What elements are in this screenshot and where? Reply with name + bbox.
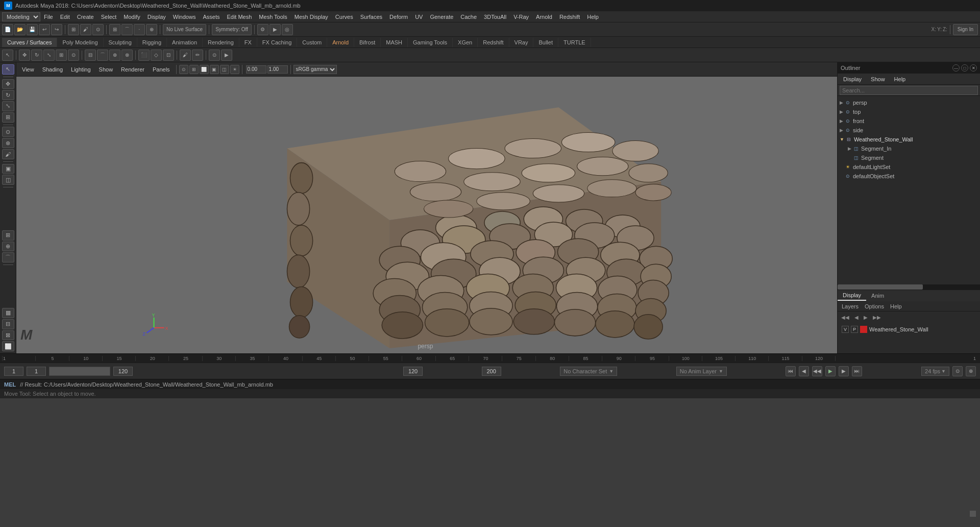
tab-bifrost[interactable]: Bifrost — [354, 38, 381, 47]
tool-rotate[interactable]: ↻ — [31, 50, 42, 61]
outliner-maximize[interactable]: □ — [961, 64, 968, 71]
open-scene-button[interactable]: 📂 — [14, 24, 26, 35]
snap-point-button[interactable]: · — [134, 24, 145, 35]
snap-view-button[interactable]: ⊕ — [146, 24, 157, 35]
tool-curve-snap[interactable]: ⌒ — [97, 50, 108, 61]
menu-3dtoall[interactable]: 3DTouAll — [480, 13, 510, 21]
tab-rendering[interactable]: Rendering — [203, 38, 239, 47]
menu-assets[interactable]: Assets — [199, 13, 223, 21]
menu-deform[interactable]: Deform — [386, 13, 411, 21]
menu-vray[interactable]: V-Ray — [510, 13, 532, 21]
menu-arnold[interactable]: Arnold — [532, 13, 556, 21]
tool-bevel[interactable]: ◇ — [151, 50, 162, 61]
outliner-search-input[interactable] — [840, 86, 978, 95]
lighting-menu[interactable]: Lighting — [67, 65, 94, 74]
outliner-display-menu[interactable]: Display — [840, 75, 865, 83]
current-frame-input[interactable] — [27, 367, 46, 376]
outliner-show-menu[interactable]: Show — [867, 75, 889, 83]
tool-grid-snap[interactable]: ⊟ — [85, 50, 96, 61]
snap-curve-button[interactable]: ⌒ — [121, 24, 133, 35]
tab-fx-caching[interactable]: FX Caching — [257, 38, 297, 47]
scale-tool[interactable]: ⤡ — [2, 101, 14, 111]
display-mode-btn[interactable]: ◫ — [2, 175, 14, 185]
tab-gaming-tools[interactable]: Gaming Tools — [408, 38, 453, 47]
tab-bullet[interactable]: Bullet — [533, 38, 558, 47]
menu-modify[interactable]: Modify — [120, 13, 143, 21]
play-btn[interactable]: ▶ — [825, 366, 836, 376]
menu-mesh-display[interactable]: Mesh Display — [291, 13, 332, 21]
no-character-set[interactable]: No Character Set ▼ — [560, 367, 617, 376]
no-anim-layer[interactable]: No Anim Layer ▼ — [676, 367, 727, 376]
snap-grid-lt[interactable]: ⊞ — [2, 230, 14, 241]
tree-item-default-object-set[interactable]: ▶ ⊙ defaultObjectSet — [838, 172, 980, 181]
tab-poly-modeling[interactable]: Poly Modeling — [57, 38, 103, 47]
menu-uv[interactable]: UV — [411, 13, 426, 21]
menu-mesh-tools[interactable]: Mesh Tools — [255, 13, 290, 21]
tool-sculpt[interactable]: ✏ — [192, 50, 203, 61]
outliner-minimize[interactable]: — — [952, 64, 960, 71]
go-to-end-btn[interactable]: ⏭ — [852, 366, 862, 376]
menu-generate[interactable]: Generate — [426, 13, 457, 21]
tree-item-persp[interactable]: ▶ ⊙ persp — [838, 98, 980, 107]
frame-range-indicator[interactable] — [49, 367, 110, 376]
tool-extrude[interactable]: ⬛ — [138, 50, 150, 61]
menu-create[interactable]: Create — [74, 13, 97, 21]
snap-grid-button[interactable]: ⊞ — [109, 24, 120, 35]
viewport-3d[interactable]: persp X Y Z M — [16, 77, 837, 353]
redo-button[interactable]: ↪ — [51, 24, 62, 35]
layer-playback[interactable]: P — [851, 326, 858, 333]
menu-display[interactable]: Display — [144, 13, 169, 21]
outliner-scroll-h[interactable] — [838, 284, 980, 290]
panels-menu[interactable]: Panels — [149, 65, 174, 74]
tab-rigging[interactable]: Rigging — [137, 38, 167, 47]
color-profile-select[interactable]: sRGB gamma — [293, 65, 337, 74]
paint-select-button[interactable]: 🖌 — [80, 24, 91, 35]
tree-item-top[interactable]: ▶ ⊙ top — [838, 107, 980, 116]
tool-move[interactable]: ✥ — [19, 50, 30, 61]
vp-wireframe[interactable]: ⬜ — [200, 65, 209, 74]
undo-button[interactable]: ↩ — [39, 24, 50, 35]
tab-xgen[interactable]: XGen — [453, 38, 478, 47]
edge-lt[interactable]: ⬜ — [2, 341, 14, 351]
show-menu[interactable]: Show — [95, 65, 117, 74]
menu-cache[interactable]: Cache — [457, 13, 480, 21]
tree-item-front[interactable]: ▶ ⊙ front — [838, 116, 980, 126]
auto-key-btn[interactable]: ⊕ — [966, 366, 976, 376]
symmetry-button[interactable]: Symmetry: Off — [212, 24, 252, 35]
vp-textured[interactable]: ◫ — [220, 65, 229, 74]
lasso-button[interactable]: ⊙ — [92, 24, 104, 35]
tree-item-weathered[interactable]: ▼ ⊟ Weathered_Stone_Wall — [838, 135, 980, 144]
tab-fx[interactable]: FX — [239, 38, 257, 47]
layer-visibility[interactable]: V — [842, 326, 849, 333]
vp-smooth[interactable]: ▣ — [210, 65, 219, 74]
vp-home[interactable]: ⊙ — [179, 65, 188, 74]
sub-tab-layers[interactable]: Layers — [840, 303, 861, 309]
shading-menu[interactable]: Shading — [39, 65, 66, 74]
menu-curves[interactable]: Curves — [332, 13, 357, 21]
menu-edit-mesh[interactable]: Edit Mesh — [223, 13, 255, 21]
layer-nav-next[interactable]: ▶▶ — [871, 315, 883, 320]
sign-in-button[interactable]: Sign In — [953, 24, 978, 35]
move-tool[interactable]: ✥ — [2, 79, 14, 89]
range-start-input[interactable] — [403, 367, 423, 376]
vp-frame-all[interactable]: ⊞ — [189, 65, 199, 74]
rotate-tool[interactable]: ↻ — [2, 90, 14, 100]
tree-item-default-light-set[interactable]: ▶ ☀ defaultLightSet — [838, 162, 980, 172]
outliner-close[interactable]: ✕ — [970, 64, 977, 71]
layer-nav-prev[interactable]: ◀◀ — [840, 315, 851, 320]
tool-universal[interactable]: ⊞ — [56, 50, 67, 61]
step-fwd-btn[interactable]: ▶ — [839, 366, 849, 376]
outliner-tab-display[interactable]: Display — [838, 291, 866, 301]
tab-sculpting[interactable]: Sculpting — [104, 38, 137, 47]
tool-select[interactable]: ↖ — [2, 50, 13, 61]
tool-point-snap[interactable]: ⊕ — [109, 50, 120, 61]
renderer-menu[interactable]: Renderer — [117, 65, 148, 74]
outliner-tab-anim[interactable]: Anim — [866, 291, 889, 300]
universal-tool[interactable]: ⊞ — [2, 112, 14, 123]
tab-arnold[interactable]: Arnold — [327, 38, 354, 47]
no-character-dropdown[interactable]: ▼ — [609, 369, 614, 374]
show-hide-btn[interactable]: ▣ — [2, 164, 14, 174]
step-back-btn[interactable]: ◀ — [799, 366, 809, 376]
menu-windows[interactable]: Windows — [169, 13, 200, 21]
tab-curves-surfaces[interactable]: Curves / Surfaces — [2, 38, 57, 47]
